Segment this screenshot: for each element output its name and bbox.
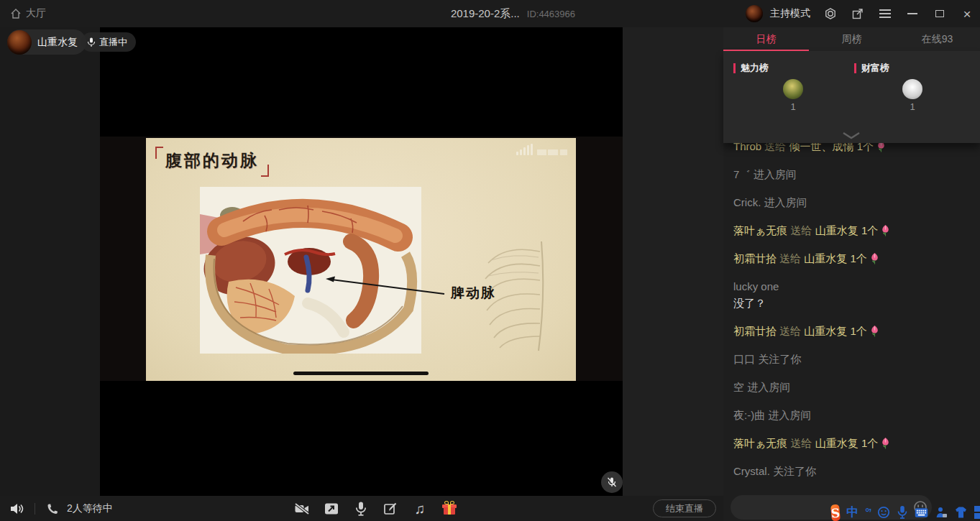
ime-emoji-icon[interactable] <box>877 506 890 520</box>
room-title-group: 2019-20-2系... ID:4463966 <box>360 0 575 27</box>
tulip-icon <box>880 437 891 449</box>
close-button[interactable]: × <box>960 6 974 21</box>
tab-online[interactable]: 在线93 <box>894 27 980 51</box>
chat-message: 空 进入房间 <box>733 379 980 395</box>
chat-message: 初霜廿拾 送给 山重水复 1个 <box>733 323 980 339</box>
minimize-button[interactable] <box>905 6 920 21</box>
ime-voice-icon[interactable] <box>897 506 908 520</box>
music-icon[interactable]: ♫ <box>411 500 429 517</box>
menu-icon[interactable] <box>878 6 892 21</box>
slide-annotation-label: 脾动脉 <box>451 284 496 303</box>
chat-message: Crick. 进入房间 <box>733 194 980 211</box>
rank-panel: 魅力榜 财富榜 1 1 <box>723 51 980 143</box>
ime-lang-toggle[interactable]: 中 <box>846 505 858 520</box>
ime-logo[interactable]: S <box>830 504 841 521</box>
chat-message: 落叶ぁ无痕 送给 山重水复 1个 <box>733 222 980 239</box>
tulip-icon <box>869 325 880 337</box>
lecture-slide: 腹部的动脉 <box>146 138 576 381</box>
ime-skin-icon[interactable] <box>954 506 968 520</box>
room-title: 2019-20-2系... <box>451 7 520 21</box>
app-window: 大厅 2019-20-2系... ID:4463966 主持模式 × <box>0 0 980 521</box>
charm-rank-header: 魅力榜 <box>733 62 769 75</box>
speaker-icon[interactable] <box>9 500 26 517</box>
microphone-icon[interactable] <box>352 500 370 517</box>
ime-toolbox-icon[interactable] <box>974 506 980 520</box>
ime-toolbar: S 中 °’ <box>831 504 980 521</box>
stream-tool-icons: ♫ <box>293 496 458 521</box>
chat-message: Crystal. 关注了你 <box>733 463 980 479</box>
live-status-badge: 直播中 <box>81 32 136 52</box>
home-button[interactable]: 大厅 <box>10 0 46 27</box>
phone-icon[interactable] <box>44 500 61 517</box>
bottom-toolbar: 2人等待中 ♫ 结束直播 <box>0 496 723 521</box>
divider <box>35 503 35 515</box>
settings-gear-icon[interactable] <box>823 6 838 21</box>
chat-list: 倾一世、成愓 进入房间Throb 送给 倾一世、成愓 1个7゛ 进入房间Cric… <box>723 116 980 493</box>
wealth-rank-header: 财富榜 <box>854 62 889 75</box>
titlebar: 大厅 2019-20-2系... ID:4463966 主持模式 × <box>0 0 980 27</box>
chat-message: 7゛ 进入房间 <box>733 166 980 183</box>
chat-message: lucky one没了？ <box>733 278 980 311</box>
home-icon <box>10 8 22 19</box>
end-live-button[interactable]: 结束直播 <box>653 499 716 517</box>
red-bracket-close <box>261 165 269 177</box>
streamer-pill[interactable]: 山重水复 <box>7 29 86 55</box>
tab-daily[interactable]: 日榜 <box>723 27 809 51</box>
edit-icon[interactable] <box>382 500 399 517</box>
left-panel <box>0 27 100 496</box>
wealth-top1-avatar[interactable] <box>902 79 922 99</box>
slide-underline-bar <box>293 372 429 375</box>
live-mic-icon <box>87 37 96 47</box>
tulip-icon <box>880 224 891 236</box>
wealth-accent-bar <box>854 63 856 73</box>
screen-share-icon[interactable] <box>323 500 340 517</box>
tab-weekly[interactable]: 周榜 <box>809 27 894 51</box>
charm-rank-number: 1 <box>783 101 803 112</box>
red-bracket-open <box>155 147 163 159</box>
ime-punctuation-toggle[interactable]: °’ <box>865 505 871 520</box>
watermark <box>516 144 567 155</box>
charm-top1-avatar[interactable] <box>783 79 803 99</box>
maximize-button[interactable] <box>933 6 947 21</box>
ime-handwriting-icon[interactable] <box>935 506 948 520</box>
popout-icon[interactable] <box>851 6 865 21</box>
slide-title: 腹部的动脉 <box>165 149 259 172</box>
ranking-tabs: 日榜 周榜 在线93 <box>723 27 980 51</box>
bottom-left-group: 2人等待中 <box>0 500 113 517</box>
room-id: ID:4463966 <box>527 9 575 19</box>
gift-icon[interactable] <box>441 500 458 517</box>
waiting-count: 2人等待中 <box>67 502 113 515</box>
chat-message: 落叶ぁ无痕 送给 山重水复 1个 <box>733 435 980 451</box>
stage-right-gutter <box>623 27 723 496</box>
live-label: 直播中 <box>99 36 127 49</box>
expand-chevron-icon[interactable] <box>837 132 866 141</box>
titlebar-controls: 主持模式 × <box>746 0 974 27</box>
chat-message: 口口 关注了你 <box>733 351 980 367</box>
sidebar: 日榜 周榜 在线93 魅力榜 财富榜 1 1 倾一世、成愓 进入房间Throb … <box>723 27 980 521</box>
mic-muted-indicator <box>601 471 623 493</box>
home-label: 大厅 <box>26 7 46 20</box>
anatomy-illustration <box>200 187 421 354</box>
host-avatar[interactable] <box>746 5 763 22</box>
mode-label: 主持模式 <box>770 7 810 20</box>
chat-message: 夜:-)曲 进入房间 <box>733 407 980 423</box>
streamer-name: 山重水复 <box>37 36 78 49</box>
charm-accent-bar <box>733 63 736 73</box>
wealth-rank-number: 1 <box>902 101 922 112</box>
camera-off-icon[interactable] <box>293 500 311 517</box>
streamer-avatar <box>7 30 32 55</box>
ime-keyboard-icon[interactable] <box>915 506 928 520</box>
tulip-icon <box>869 252 880 264</box>
chat-message: 初霜廿拾 送给 山重水复 1个 <box>733 250 980 267</box>
video-stage: 腹部的动脉 <box>100 27 623 496</box>
